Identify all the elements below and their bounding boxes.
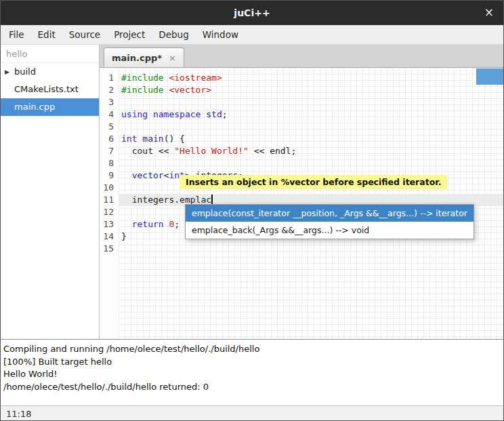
doc-tooltip: Inserts an object in %vector before spec…	[180, 175, 447, 189]
code-segment: <vector>	[169, 85, 211, 95]
code-segment: return	[132, 219, 164, 229]
title-bar: juCi++ ×	[1, 1, 503, 25]
line-number: 5	[100, 121, 119, 133]
code-line-3[interactable]	[121, 96, 503, 108]
code-segment: namespace	[153, 109, 201, 119]
line-number: 2	[100, 84, 119, 96]
code-segment: ;	[222, 109, 228, 119]
line-number: 7	[100, 145, 119, 157]
code-segment: "Hello World!"	[174, 146, 249, 156]
app-window: juCi++ × FileEditSourceProjectDebugWindo…	[0, 0, 504, 421]
tree-item-build[interactable]: ▶build	[1, 63, 99, 81]
code-line-6[interactable]: int main() {	[121, 133, 503, 145]
menu-item-window[interactable]: Window	[196, 25, 245, 44]
autocomplete-item[interactable]: emplace(const_iterator __position, _Args…	[186, 205, 474, 222]
status-bar: 11:18	[1, 405, 503, 421]
line-number: 8	[100, 157, 119, 169]
code-segment: << endl;	[249, 146, 296, 156]
tree-item-label: main.cpp	[14, 98, 55, 116]
output-line: Hello World!	[3, 368, 501, 381]
line-number-gutter: 123456789101112131415	[100, 68, 119, 339]
tab-bar: main.cpp* ×	[100, 45, 503, 68]
autocomplete-popup[interactable]: emplace(const_iterator __position, _Args…	[185, 204, 474, 239]
file-tree: ▶buildCMakeLists.txtmain.cpp	[1, 63, 99, 116]
menu-bar: FileEditSourceProjectDebugWindow	[1, 25, 503, 45]
output-line: Compiling and running /home/olece/test/h…	[3, 343, 501, 356]
line-number: 11	[100, 194, 119, 206]
code-segment: cout <<	[121, 146, 174, 156]
line-number: 14	[100, 230, 119, 243]
tree-item-label: CMakeLists.txt	[14, 81, 79, 98]
code-segment: vector	[132, 170, 164, 180]
menu-item-project[interactable]: Project	[107, 25, 152, 44]
tab-close-icon[interactable]: ×	[169, 53, 176, 63]
code-segment: integers.emplac	[121, 195, 211, 205]
line-number: 9	[100, 169, 119, 182]
output-line: [100%] Built target hello	[3, 356, 501, 369]
code-line-4[interactable]: using namespace std;	[121, 108, 503, 121]
text-cursor	[211, 195, 213, 204]
code-segment: int	[121, 134, 137, 144]
line-number: 15	[100, 243, 119, 255]
code-segment: }	[121, 231, 127, 241]
code-editor[interactable]: 123456789101112131415 #include <iostream…	[100, 68, 503, 339]
code-line-5[interactable]	[121, 121, 503, 133]
tree-item-label: build	[14, 63, 36, 81]
code-segment	[121, 219, 132, 229]
cursor-position-label: 11:18	[6, 409, 31, 419]
close-window-icon[interactable]: ×	[484, 1, 494, 25]
scrollbar-thumb[interactable]	[476, 68, 503, 85]
output-panel: Compiling and running /home/olece/test/h…	[1, 339, 503, 405]
line-number: 1	[100, 72, 119, 84]
menu-item-file[interactable]: File	[2, 25, 31, 44]
tree-item-main.cpp[interactable]: main.cpp	[1, 98, 99, 116]
tab-label: main.cpp*	[112, 53, 162, 63]
code-segment: #include	[121, 73, 169, 83]
code-segment: std	[206, 109, 222, 119]
line-number: 3	[100, 96, 119, 108]
code-segment: main	[142, 134, 163, 144]
menu-item-debug[interactable]: Debug	[152, 25, 195, 44]
file-sidebar: hello ▶buildCMakeLists.txtmain.cpp	[1, 45, 100, 339]
menu-item-edit[interactable]: Edit	[31, 25, 62, 44]
autocomplete-item[interactable]: emplace_back(_Args &&__args...) --> void	[186, 222, 474, 239]
code-segment	[148, 109, 153, 119]
output-line: /home/olece/test/hello/./build/hello ret…	[3, 381, 501, 394]
line-number: 6	[100, 133, 119, 145]
code-area[interactable]: #include <iostream>#include <vector>usin…	[119, 68, 503, 339]
line-number: 10	[100, 182, 119, 194]
main-area: hello ▶buildCMakeLists.txtmain.cpp main.…	[1, 45, 503, 339]
expander-icon[interactable]: ▶	[5, 63, 14, 81]
code-segment: #include	[121, 85, 169, 95]
line-number: 13	[100, 218, 119, 230]
line-number: 12	[100, 206, 119, 218]
tree-item-CMakeLists.txt[interactable]: CMakeLists.txt	[1, 81, 99, 98]
code-line-7[interactable]: cout << "Hello World!" << endl;	[121, 145, 503, 157]
tab-main-cpp[interactable]: main.cpp* ×	[104, 47, 184, 67]
code-line-15[interactable]	[121, 243, 503, 255]
code-segment: () {	[164, 134, 185, 144]
code-line-1[interactable]: #include <iostream>	[121, 72, 503, 84]
menu-item-source[interactable]: Source	[62, 25, 107, 44]
code-line-2[interactable]: #include <vector>	[121, 84, 503, 96]
code-line-8[interactable]	[121, 157, 503, 169]
line-number: 4	[100, 108, 119, 121]
code-segment: ;	[174, 219, 180, 229]
code-segment: using	[121, 109, 148, 119]
window-title: juCi++	[1, 1, 503, 25]
editor-column: main.cpp* × 123456789101112131415 #inclu…	[100, 45, 503, 339]
code-segment	[121, 170, 132, 180]
project-name-label: hello	[1, 45, 99, 63]
code-segment: <iostream>	[169, 73, 222, 83]
